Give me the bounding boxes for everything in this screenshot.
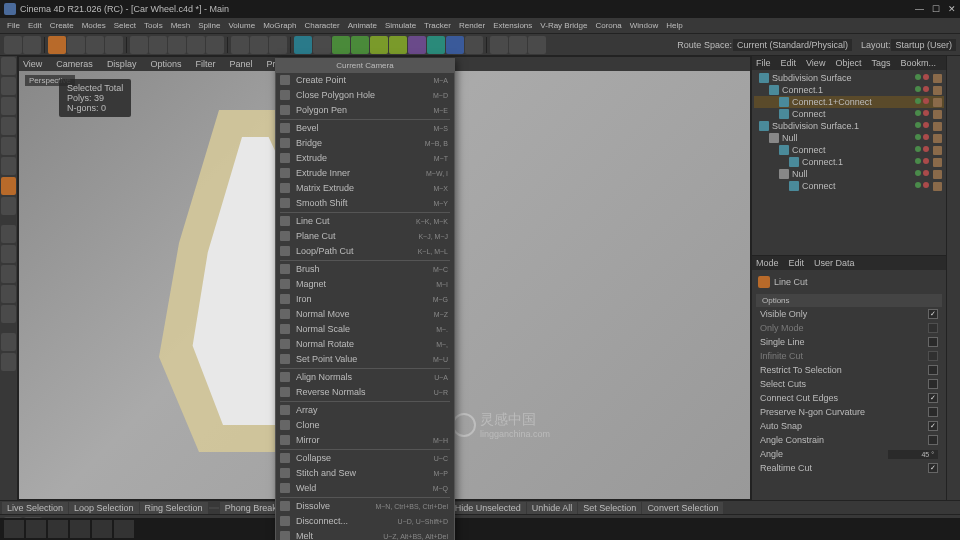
start-button[interactable]	[4, 520, 24, 538]
ctx-close-polygon-hole[interactable]: Close Polygon HoleM~D	[276, 88, 454, 103]
last-tool[interactable]	[130, 36, 148, 54]
tree-item[interactable]: Subdivision Surface.1	[754, 120, 944, 132]
scale-tool[interactable]	[86, 36, 104, 54]
app-taskbar-icon[interactable]	[92, 520, 112, 538]
visibility-dot[interactable]	[915, 74, 921, 80]
sel-tab[interactable]: Loop Selection	[69, 502, 139, 514]
visibility-dot[interactable]	[915, 146, 921, 152]
menu-mograph[interactable]: MoGraph	[260, 21, 299, 30]
menu-character[interactable]: Character	[302, 21, 343, 30]
menu-simulate[interactable]: Simulate	[382, 21, 419, 30]
vp-menu-display[interactable]: Display	[107, 59, 137, 69]
obj-menu-bookm...[interactable]: Bookm...	[900, 58, 936, 68]
rotate-tool[interactable]	[105, 36, 123, 54]
ctx-create-point[interactable]: Create PointM~A	[276, 73, 454, 88]
checkbox[interactable]	[928, 365, 938, 375]
sel-tab[interactable]: Set Selection	[578, 502, 641, 514]
visibility-dot[interactable]	[915, 122, 921, 128]
menu-mesh[interactable]: Mesh	[168, 21, 194, 30]
extra-button[interactable]	[528, 36, 546, 54]
explorer-icon[interactable]	[70, 520, 90, 538]
ctx-mirror[interactable]: MirrorM~H	[276, 433, 454, 448]
ctx-smooth-shift[interactable]: Smooth ShiftM~Y	[276, 196, 454, 211]
axis-lock-z[interactable]	[187, 36, 205, 54]
render-settings[interactable]	[269, 36, 287, 54]
sel-tab[interactable]: Unhide All	[527, 502, 578, 514]
layout-value[interactable]: Startup (User)	[891, 39, 956, 51]
vp-menu-panel[interactable]: Panel	[229, 59, 252, 69]
tag-icon[interactable]	[933, 74, 942, 83]
visibility-dot[interactable]	[915, 134, 921, 140]
visibility-dot[interactable]	[923, 86, 929, 92]
obj-menu-edit[interactable]: Edit	[781, 58, 797, 68]
tree-item[interactable]: Connect.1+Connect	[754, 96, 944, 108]
axis-mode[interactable]	[1, 197, 16, 215]
menu-corona[interactable]: Corona	[592, 21, 624, 30]
menu-volume[interactable]: Volume	[225, 21, 258, 30]
menu-animate[interactable]: Animate	[345, 21, 380, 30]
visibility-dot[interactable]	[915, 98, 921, 104]
attr-menu-user-data[interactable]: User Data	[814, 258, 855, 268]
checkbox[interactable]	[928, 421, 938, 431]
tag-icon[interactable]	[933, 134, 942, 143]
menu-spline[interactable]: Spline	[195, 21, 223, 30]
tree-item[interactable]: Connect	[754, 144, 944, 156]
ctx-polygon-pen[interactable]: Polygon PenM~E	[276, 103, 454, 118]
tree-item[interactable]: Null	[754, 168, 944, 180]
checkbox[interactable]	[928, 323, 938, 333]
value-input[interactable]: 45 °	[888, 450, 938, 459]
visibility-dot[interactable]	[923, 98, 929, 104]
visibility-dot[interactable]	[923, 158, 929, 164]
locked[interactable]	[1, 285, 16, 303]
render-pv[interactable]	[250, 36, 268, 54]
polygon-mode[interactable]	[1, 177, 16, 195]
tag-icon[interactable]	[933, 158, 942, 167]
point-mode[interactable]	[1, 137, 16, 155]
redo-button[interactable]	[23, 36, 41, 54]
checkbox[interactable]	[928, 463, 938, 473]
attr-menu-mode[interactable]: Mode	[756, 258, 779, 268]
right-edge-tabs[interactable]	[946, 56, 960, 500]
add-cube[interactable]	[294, 36, 312, 54]
ctx-normal-rotate[interactable]: Normal RotateM~,	[276, 337, 454, 352]
add-deformer[interactable]	[408, 36, 426, 54]
menu-v-ray-bridge[interactable]: V-Ray Bridge	[537, 21, 590, 30]
checkbox[interactable]	[928, 337, 938, 347]
ctx-normal-move[interactable]: Normal MoveM~Z	[276, 307, 454, 322]
tag-icon[interactable]	[933, 86, 942, 95]
ctx-dissolve[interactable]: DissolveM~N, Ctrl+BS, Ctrl+Del	[276, 499, 454, 514]
sel-tab[interactable]	[209, 507, 219, 509]
task-view[interactable]	[48, 520, 68, 538]
vp-menu-view[interactable]: View	[23, 59, 42, 69]
sel-tab[interactable]: Ring Selection	[140, 502, 208, 514]
options-header[interactable]: Options	[756, 294, 942, 307]
axis-lock-y[interactable]	[168, 36, 186, 54]
visibility-dot[interactable]	[923, 170, 929, 176]
corona-button[interactable]	[509, 36, 527, 54]
menu-tracker[interactable]: Tracker	[421, 21, 454, 30]
visibility-dot[interactable]	[915, 182, 921, 188]
ctx-normal-scale[interactable]: Normal ScaleM~.	[276, 322, 454, 337]
menu-window[interactable]: Window	[627, 21, 661, 30]
checkbox[interactable]	[928, 309, 938, 319]
tree-item[interactable]: Null	[754, 132, 944, 144]
checkbox[interactable]	[928, 407, 938, 417]
tag-icon[interactable]	[933, 122, 942, 131]
snap-settings[interactable]	[1, 245, 16, 263]
visibility-dot[interactable]	[915, 86, 921, 92]
menu-render[interactable]: Render	[456, 21, 488, 30]
minimize-icon[interactable]: —	[915, 4, 924, 14]
ctx-line-cut[interactable]: Line CutK~K, M~K	[276, 214, 454, 229]
visibility-dot[interactable]	[915, 170, 921, 176]
visibility-dot[interactable]	[915, 158, 921, 164]
vp-menu-options[interactable]: Options	[150, 59, 181, 69]
edge-mode[interactable]	[1, 157, 16, 175]
ctx-iron[interactable]: IronM~G	[276, 292, 454, 307]
ctx-disconnect-[interactable]: Disconnect...U~D, U~Shift+D	[276, 514, 454, 529]
checkbox[interactable]	[928, 351, 938, 361]
texture-mode[interactable]	[1, 97, 16, 115]
tag-icon[interactable]	[933, 146, 942, 155]
axis-lock-x[interactable]	[149, 36, 167, 54]
vray-button[interactable]	[490, 36, 508, 54]
render-view[interactable]	[231, 36, 249, 54]
